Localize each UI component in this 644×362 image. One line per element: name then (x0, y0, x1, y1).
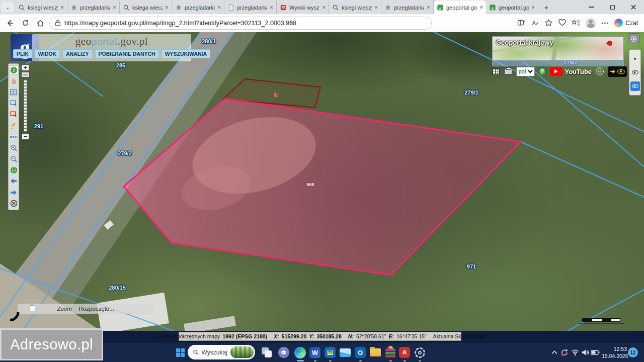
mail-button[interactable] (339, 346, 351, 358)
attribute-table-button[interactable] (10, 88, 18, 97)
full-extent-button[interactable] (10, 166, 18, 174)
tab-wyniki[interactable]: Wyniki wyszuk × (277, 1, 329, 14)
zoom-out-tool-button[interactable] (10, 155, 18, 163)
zoom-slider-track[interactable] (24, 80, 27, 132)
refresh-button[interactable] (19, 17, 31, 29)
tab-ksiegi-3[interactable]: ksiegi wieczyst × (329, 1, 381, 14)
tab-ksiegi-1[interactable]: ksiegi wieczyst × (15, 1, 67, 14)
taskbar-search[interactable]: Wyszukaj (188, 345, 255, 359)
winrar-button[interactable] (384, 346, 396, 358)
select-area-blue-button[interactable] (10, 99, 18, 108)
profile-avatar[interactable] (586, 18, 596, 28)
dot-icon (634, 58, 636, 60)
tab-close-icon[interactable]: × (427, 5, 430, 11)
tab-przegladarka-2[interactable]: przegladarka-e × (172, 1, 224, 14)
tab-close-icon[interactable]: × (531, 5, 535, 11)
tab-list-chevron-icon[interactable]: ⌄ (1, 2, 14, 13)
read-aloud-icon[interactable]: A (531, 19, 539, 27)
new-tab-button[interactable]: + (540, 1, 552, 13)
tab-przegladarka-4[interactable]: przegladarka-e × (381, 1, 434, 14)
teams-button[interactable]: 💬 (278, 346, 290, 358)
language-select[interactable]: pol (516, 67, 535, 76)
menu-pobieranie-danych[interactable]: POBIERANIE DANYCH (95, 49, 159, 58)
identify-tool-button[interactable]: i (10, 66, 18, 74)
zoom-in-tool-button[interactable] (10, 144, 18, 152)
youtube-link[interactable]: YouTube (550, 67, 592, 76)
settings-menu-icon[interactable]: ⋯ (601, 18, 609, 28)
zoom-status-title: Zoom (57, 306, 71, 312)
tab-close-icon[interactable]: × (374, 5, 378, 11)
home-button[interactable] (34, 17, 46, 29)
parcel-label: 291 (34, 123, 43, 129)
tab-close-icon[interactable]: × (217, 5, 221, 11)
tab-close-icon[interactable]: × (60, 5, 64, 11)
file-explorer-button[interactable] (369, 346, 381, 358)
title-portal: portal (92, 35, 118, 47)
minimize-button[interactable] (581, 0, 602, 14)
split-screen-icon[interactable] (517, 19, 526, 27)
address-bar[interactable]: https://mapy.geoportal.gov.pl/imap/Imgp_… (49, 17, 432, 30)
next-view-button[interactable] (10, 188, 18, 197)
notification-badge[interactable]: 12 (628, 347, 638, 357)
y-label: Y: (309, 333, 314, 339)
copilot-chat-button[interactable]: Czat (614, 19, 638, 27)
tab-ksiega-2[interactable]: ksiega wieczys × (120, 1, 172, 14)
tab-close-icon[interactable]: × (322, 5, 326, 11)
start-button[interactable] (174, 346, 186, 358)
help-button[interactable]: ? (539, 67, 546, 76)
print-button[interactable] (504, 67, 512, 76)
contrast-mode-toggle[interactable]: ➜ (608, 66, 627, 77)
collections-icon[interactable] (572, 19, 581, 27)
parcel-label-968: 968 (306, 182, 314, 187)
browser-essentials-icon[interactable] (558, 19, 567, 27)
map-viewport[interactable]: 280/1 285 291 279/2 279/1 279/2 968 971 … (0, 32, 644, 331)
tab-geoportal-active[interactable]: g geoportal.gov × (434, 1, 486, 14)
tray-volume-button[interactable] (581, 348, 590, 357)
url-text[interactable]: https://mapy.geoportal.gov.pl/imap/Imgp_… (64, 20, 296, 27)
tray-battery-button[interactable] (591, 348, 600, 357)
close-window-button[interactable]: ✕ (623, 0, 644, 14)
draw-tool-button[interactable] (10, 122, 18, 130)
menu-analizy[interactable]: ANALIZY (62, 49, 93, 58)
task-view-button[interactable] (261, 346, 273, 358)
maximize-button[interactable] (602, 0, 623, 14)
favorite-star-icon[interactable] (544, 19, 553, 27)
tab-przegladarka-3[interactable]: przegladarka-e × (224, 1, 277, 14)
tray-chevron-button[interactable] (550, 348, 559, 357)
legend-button[interactable] (492, 67, 500, 76)
taskbar-clock[interactable]: 12:53 15.04.2026 (602, 345, 627, 359)
tab-geoportal-2[interactable]: g geoportal.gov × (486, 1, 538, 14)
zoom-slider-handle[interactable] (21, 72, 30, 77)
previous-view-button[interactable] (10, 177, 18, 186)
menu-plik[interactable]: PLIK (13, 49, 32, 58)
tab-close-icon[interactable]: × (165, 5, 169, 11)
world-services-button[interactable] (596, 67, 604, 76)
layer-eye-active-button[interactable] (630, 81, 640, 91)
tab-przegladarka-1[interactable]: przegladarka-e × (67, 1, 120, 14)
clear-selection-button[interactable] (10, 199, 18, 208)
xyh-coordinates-button[interactable]: XYH (10, 133, 18, 141)
layer-eye-button[interactable] (630, 68, 640, 77)
tray-wifi-button[interactable] (571, 348, 580, 357)
menu-wyszukiwania[interactable]: WYSZUKIWANIA (162, 49, 210, 58)
edge-button[interactable] (294, 346, 306, 358)
outlook-button[interactable]: O (354, 346, 366, 358)
tab-close-icon[interactable]: × (270, 5, 273, 11)
pan-tool-button[interactable] (10, 77, 18, 85)
clock-time: 12:53 (602, 345, 627, 352)
tab-close-icon[interactable]: × (479, 5, 483, 11)
tray-sync-button[interactable] (560, 348, 569, 357)
zoom-slider-plus-button[interactable]: + (22, 64, 29, 71)
overview-minimap[interactable]: Geoportal krajowy (492, 36, 624, 61)
settings-button[interactable] (414, 346, 426, 358)
back-button[interactable] (4, 17, 16, 29)
tab-close-icon[interactable]: × (113, 5, 116, 11)
layer-dot-button[interactable] (630, 54, 640, 63)
zoom-slider-minus-button[interactable]: − (22, 133, 29, 140)
map-settings-button[interactable] (628, 33, 639, 44)
store-button[interactable] (324, 346, 336, 358)
menu-widok[interactable]: WIDOK (35, 49, 60, 58)
word-button[interactable]: W (309, 346, 321, 358)
acrobat-button[interactable]: A (398, 346, 411, 358)
select-area-red-button[interactable] (10, 110, 18, 119)
